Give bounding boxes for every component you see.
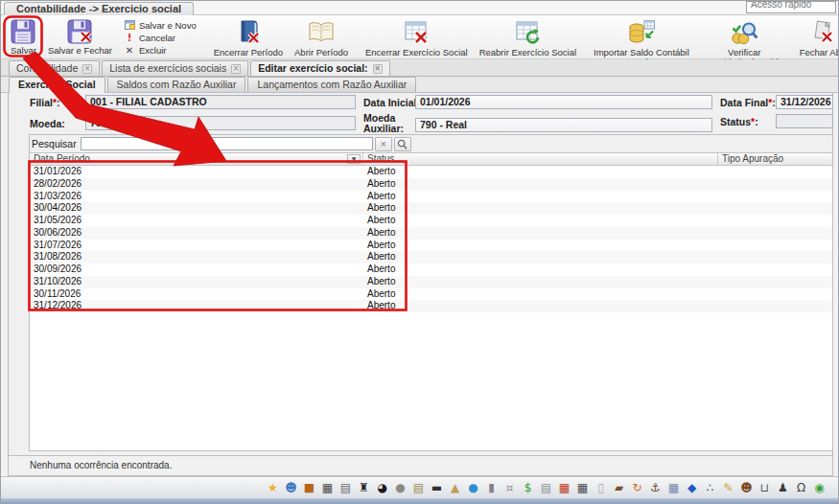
close-tab-button[interactable]: Fechar Aba: [795, 17, 839, 57]
search-input[interactable]: [81, 137, 373, 150]
cell-data-periodo: 31/10/2026: [30, 276, 363, 288]
cell-data-periodo: 30/04/2026: [30, 202, 363, 215]
ship-icon[interactable]: ⚓: [647, 480, 664, 496]
grid-icon[interactable]: ▦: [665, 480, 682, 496]
cell-data-periodo: 30/11/2026: [30, 288, 363, 301]
table-row[interactable]: 30/04/2026Aberto: [30, 202, 832, 215]
mouse-icon[interactable]: ●: [392, 480, 408, 496]
data-inicial-field[interactable]: 01/01/2026: [415, 95, 712, 109]
status-field[interactable]: [776, 114, 833, 128]
save-button[interactable]: Salvar: [6, 17, 41, 57]
portrait-icon[interactable]: ☻: [738, 480, 755, 496]
tab-editar-exercicio[interactable]: Editar exercício social: ×: [250, 60, 389, 76]
cell-data-periodo: 31/01/2026: [30, 166, 363, 178]
ledger-icon[interactable]: ▤: [338, 480, 354, 496]
periods-grid: Data Período ▼ Status Tipo Apuração 31/0…: [30, 152, 832, 450]
refresh-icon[interactable]: Ω: [793, 480, 809, 496]
column-header-status[interactable]: Status: [363, 153, 718, 165]
table-row[interactable]: 31/12/2026Aberto: [30, 300, 832, 312]
subtab-lancamentos-razao[interactable]: Lançamentos com Razão Auxiliar: [247, 77, 416, 92]
star-icon[interactable]: ★: [265, 480, 281, 496]
data-final-field[interactable]: 31/12/2026: [776, 95, 833, 109]
import-balance-button[interactable]: Importar Saldo Contábil Por Cadastro: [589, 17, 694, 57]
table-row[interactable]: 31/08/2026Aberto: [30, 251, 832, 263]
users-sync-icon[interactable]: ☻: [283, 480, 299, 496]
data-final-label: Data Final*: [720, 97, 776, 108]
titlebar: Contabilidade -> Exercicio social Acesso…: [1, 1, 839, 15]
cart-icon[interactable]: ⊔: [757, 480, 773, 496]
factory-red-icon[interactable]: ▦: [556, 480, 572, 496]
filial-label: Filial*: [30, 97, 60, 108]
filial-field[interactable]: 001 - FILIAL CADASTRO: [85, 95, 356, 109]
close-period-label: Encerrar Período: [214, 48, 283, 57]
save-and-new-button[interactable]: Salvar e Novo: [124, 19, 197, 31]
diamond-icon[interactable]: ◆: [684, 480, 700, 496]
globe-icon[interactable]: ●: [465, 480, 481, 496]
bottle-icon[interactable]: ▯: [593, 480, 609, 496]
search-clear-icon[interactable]: ×: [375, 137, 392, 151]
tab-contabilidade[interactable]: Contabilidade ×: [9, 60, 100, 76]
close-fiscal-year-button[interactable]: Encerrar Exercício Social: [361, 17, 473, 57]
column-header-tipo-apuracao[interactable]: Tipo Apuração: [718, 153, 832, 165]
tab-close-icon[interactable]: ×: [373, 64, 383, 74]
key-icon[interactable]: ¤: [501, 480, 518, 496]
search-icon[interactable]: [394, 137, 411, 151]
verify-integrity-button[interactable]: Verificar Integridade de saldos: [696, 17, 793, 57]
window-tab[interactable]: Contabilidade -> Exercicio social: [4, 2, 194, 15]
table-row[interactable]: 30/09/2026Aberto: [30, 263, 832, 276]
coins-magnifier-icon: [730, 19, 758, 48]
column-header-data-periodo[interactable]: Data Período ▼: [30, 153, 363, 165]
quick-access-box[interactable]: Acesso rápido: [746, 1, 836, 13]
tab-lista-exercicios[interactable]: Lista de exercícios sociais ×: [102, 60, 248, 76]
notepad-icon[interactable]: ✎: [720, 480, 736, 496]
subtab-exercicio-social[interactable]: Exercício Social: [9, 77, 105, 93]
moeda-auxiliar-field[interactable]: 790 - Real: [415, 118, 712, 132]
binoculars-icon[interactable]: ▬: [429, 480, 445, 496]
save-and-close-button[interactable]: Salvar e Fechar: [43, 17, 117, 57]
stamp-icon[interactable]: ♜: [356, 480, 372, 496]
column-dropdown-icon[interactable]: ▼: [347, 154, 361, 164]
open-period-button[interactable]: Abrir Período: [290, 17, 353, 57]
printer-icon[interactable]: ▤: [538, 480, 554, 496]
cell-status: Aberto: [363, 191, 718, 203]
table-row[interactable]: 31/01/2026Aberto: [30, 166, 832, 178]
palette-icon[interactable]: ◉: [811, 480, 827, 496]
briefcase-icon[interactable]: ■: [301, 480, 317, 496]
orgchart-icon[interactable]: ♟: [775, 480, 791, 496]
subtab-saldos-razao[interactable]: Saldos com Razão Auxiliar: [107, 77, 246, 92]
cancel-button[interactable]: ! Cancelar: [124, 32, 197, 43]
status-bar: Nenhuma ocorrência encontrada.: [8, 455, 833, 476]
cell-status: Aberto: [363, 178, 718, 191]
table-row[interactable]: 28/02/2026Aberto: [30, 178, 832, 191]
table-row[interactable]: 31/07/2026Aberto: [30, 240, 832, 252]
cylinder-icon[interactable]: ▮: [483, 480, 500, 496]
tab-label: Lista de exercícios sociais: [109, 61, 226, 76]
tab-close-icon[interactable]: ×: [231, 64, 241, 74]
tab-close-icon[interactable]: ×: [82, 64, 92, 74]
cell-status: Aberto: [363, 300, 718, 312]
moeda-field[interactable]: 790 - Real: [85, 116, 356, 130]
bell-icon[interactable]: ▲: [447, 480, 463, 496]
delete-button[interactable]: ✕ Excluir: [124, 44, 197, 56]
cell-status: Aberto: [363, 227, 718, 240]
calculator-icon[interactable]: ▦: [319, 480, 336, 496]
save-label: Salvar: [11, 46, 36, 56]
table-row[interactable]: 30/06/2026Aberto: [30, 227, 832, 240]
sub-tab-strip: Exercício Social Saldos com Razão Auxili…: [1, 77, 839, 93]
close-period-button[interactable]: Encerrar Período: [209, 17, 288, 57]
clock-icon[interactable]: ◕: [374, 480, 390, 496]
table-row[interactable]: 30/11/2026Aberto: [30, 288, 832, 301]
money-icon[interactable]: $: [520, 480, 536, 496]
cell-data-periodo: 28/02/2026: [30, 178, 363, 191]
truck-icon[interactable]: ▰: [611, 480, 627, 496]
printer-tray-icon[interactable]: ▤: [410, 480, 427, 496]
table-row[interactable]: 31/03/2026Aberto: [30, 191, 832, 203]
reopen-fiscal-year-button[interactable]: Reabrir Exercício Social: [475, 17, 581, 57]
table-row[interactable]: 31/05/2026Aberto: [30, 215, 832, 227]
factory-dark-icon[interactable]: ▦: [574, 480, 591, 496]
app-window: Contabilidade -> Exercicio social Acesso…: [0, 0, 839, 504]
table-row[interactable]: 31/10/2026Aberto: [30, 276, 832, 288]
recycle-icon[interactable]: ↻: [629, 480, 645, 496]
cell-tipo-apuracao: [718, 166, 832, 178]
nodes-icon[interactable]: ∴: [702, 480, 718, 496]
